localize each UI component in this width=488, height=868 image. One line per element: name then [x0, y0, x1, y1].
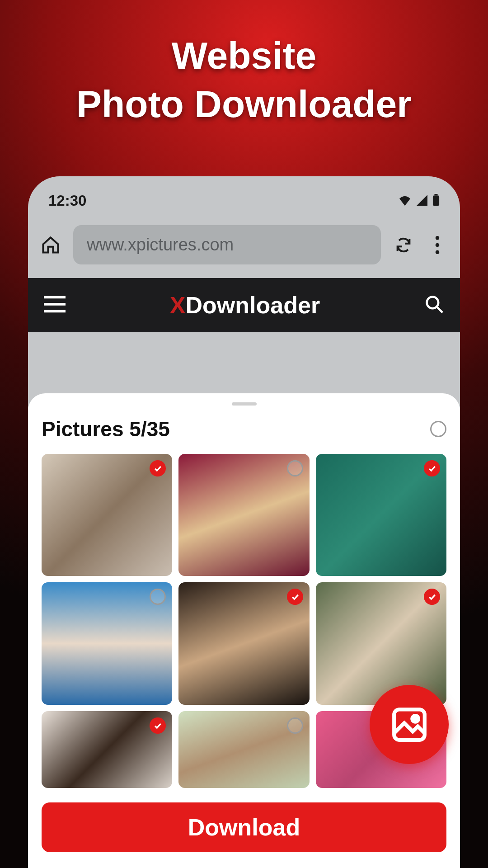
check-icon[interactable]: [150, 717, 166, 734]
more-button[interactable]: [426, 234, 449, 256]
photo-thumb[interactable]: [316, 454, 446, 576]
status-time: 12:30: [48, 192, 86, 209]
check-icon[interactable]: [287, 589, 303, 605]
headline-line1: Website: [0, 34, 488, 78]
search-button[interactable]: [424, 294, 444, 316]
check-icon[interactable]: [287, 460, 303, 476]
photo-thumb[interactable]: [42, 711, 172, 788]
check-icon[interactable]: [150, 589, 166, 605]
headline-line2: Photo Downloader: [0, 82, 488, 126]
app-title-rest: Downloader: [186, 292, 320, 318]
check-icon[interactable]: [150, 460, 166, 476]
check-icon[interactable]: [424, 460, 440, 476]
download-label: Download: [188, 814, 300, 841]
photo-thumb[interactable]: [178, 711, 309, 788]
app-title-x: X: [170, 292, 186, 318]
status-bar: 12:30: [28, 176, 460, 218]
svg-point-8: [427, 297, 438, 309]
svg-point-3: [436, 243, 440, 247]
url-text: www.xpictures.com: [87, 235, 234, 254]
photo-thumb[interactable]: [42, 582, 172, 704]
browser-toolbar: www.xpictures.com: [28, 218, 460, 278]
svg-rect-10: [394, 709, 425, 740]
battery-icon: [432, 192, 440, 209]
home-button[interactable]: [39, 234, 62, 256]
svg-line-9: [436, 307, 442, 313]
menu-button[interactable]: [44, 295, 66, 315]
svg-point-4: [436, 250, 440, 254]
sheet-title: Pictures 5/35: [42, 417, 170, 441]
check-icon[interactable]: [287, 717, 303, 734]
svg-point-11: [412, 716, 418, 722]
check-icon[interactable]: [424, 589, 440, 605]
svg-rect-1: [433, 196, 439, 206]
sheet-handle[interactable]: [232, 402, 257, 406]
download-button[interactable]: Download: [42, 802, 446, 852]
promo-headline: Website Photo Downloader: [0, 0, 488, 126]
app-title: XDownloader: [170, 292, 320, 319]
svg-point-2: [436, 236, 440, 240]
signal-icon: [416, 192, 428, 209]
bottom-sheet: Pictures 5/35 Download: [28, 393, 460, 868]
app-header: XDownloader: [28, 278, 460, 332]
svg-rect-0: [434, 194, 437, 196]
image-fab[interactable]: [370, 685, 449, 764]
photo-thumb[interactable]: [178, 582, 309, 704]
refresh-button[interactable]: [392, 234, 415, 256]
wifi-icon: [398, 192, 412, 209]
photo-thumb[interactable]: [178, 454, 309, 576]
phone-frame: 12:30 www.xpictures.com: [28, 176, 460, 868]
select-all-toggle[interactable]: [430, 421, 446, 437]
photo-thumb[interactable]: [42, 454, 172, 576]
photo-thumb[interactable]: [316, 582, 446, 704]
url-input[interactable]: www.xpictures.com: [73, 225, 381, 264]
